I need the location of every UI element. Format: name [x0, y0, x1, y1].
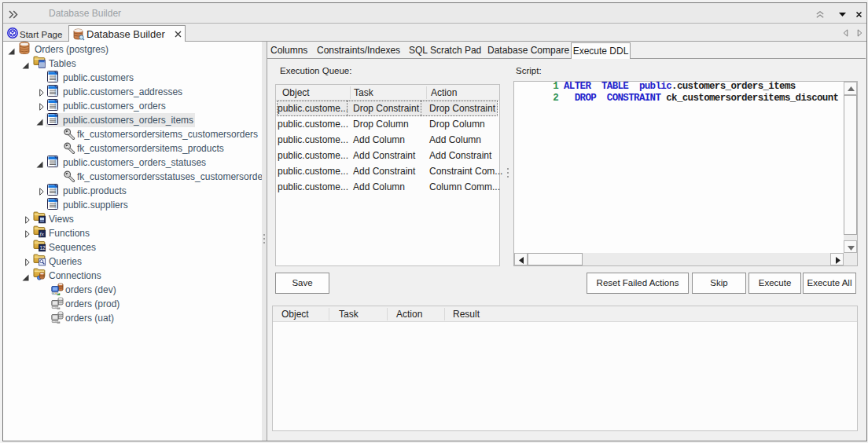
svg-text:12: 12 — [39, 245, 46, 251]
svg-text:fx: fx — [40, 231, 45, 237]
